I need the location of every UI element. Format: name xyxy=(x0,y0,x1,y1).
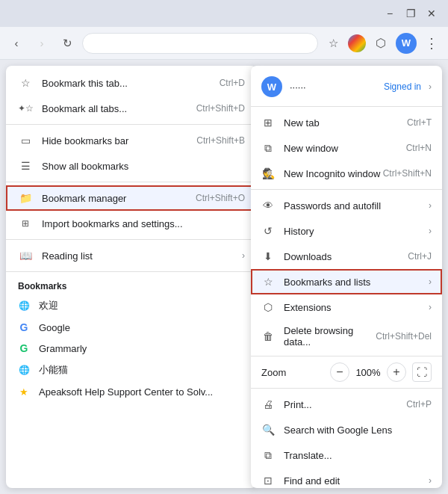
import-bookmarks-item[interactable]: ⊞ Import bookmarks and settings... xyxy=(6,211,257,236)
print-label: Print... xyxy=(284,399,406,410)
content-area: ☆ Bookmark this tab... Ctrl+D ✦☆ Bookmar… xyxy=(0,60,448,494)
bookmark-all-tabs-item[interactable]: ✦☆ Bookmark all tabs... Ctrl+Shift+D xyxy=(6,96,257,121)
find-edit-item[interactable]: ⊡ Find and edit › xyxy=(251,468,442,488)
extensions-item[interactable]: ⬡ Extensions › xyxy=(251,294,442,320)
bookmark-all-icon: ✦☆ xyxy=(18,101,33,116)
bookmark-manager-label: Bookmark manager xyxy=(42,193,184,204)
bookmark-label-1: 欢迎 xyxy=(39,299,58,312)
list-item[interactable]: 🌐 小能猫 xyxy=(6,359,257,381)
list-item[interactable]: G Grammarly xyxy=(6,338,257,359)
delete-browsing-shortcut: Ctrl+Shift+Del xyxy=(376,331,432,342)
downloads-item[interactable]: ⬇ Downloads Ctrl+J xyxy=(251,244,442,269)
print-icon: 🖨 xyxy=(261,398,275,411)
bookmark-star-icon[interactable]: ☆ xyxy=(323,33,343,54)
find-edit-arrow: › xyxy=(429,475,432,486)
zoom-minus-button[interactable]: − xyxy=(330,362,349,382)
divider-profile xyxy=(251,106,442,107)
passwords-icon: 👁 xyxy=(261,199,275,212)
bookmarks-lists-item[interactable]: ☆ Bookmarks and lists › xyxy=(251,269,442,294)
bookmark-all-tabs-shortcut: Ctrl+Shift+D xyxy=(196,103,245,114)
bookmark-favicon-5: ★ xyxy=(18,386,30,398)
bookmarks-lists-arrow: › xyxy=(429,277,432,287)
show-all-bookmarks-item[interactable]: ☰ Show all bookmarks xyxy=(6,153,257,179)
zoom-controls: − 100% + xyxy=(330,362,406,382)
list-item[interactable]: G Google xyxy=(6,317,257,338)
bookmarks-submenu: ☆ Bookmark this tab... Ctrl+D ✦☆ Bookmar… xyxy=(6,66,257,488)
reading-list-item[interactable]: 📖 Reading list › xyxy=(6,243,257,268)
delete-browsing-icon: 🗑 xyxy=(261,330,275,343)
bookmark-label-5: Apeaksoft Help Support Center to Solv... xyxy=(39,386,213,398)
delete-browsing-item[interactable]: 🗑 Delete browsing data... Ctrl+Shift+Del xyxy=(251,320,442,353)
hide-bookmarks-item[interactable]: ▭ Hide bookmarks bar Ctrl+Shift+B xyxy=(6,128,257,153)
incognito-label: New Incognito window xyxy=(284,168,383,179)
back-button[interactable]: ‹ xyxy=(6,33,27,54)
passwords-item[interactable]: 👁 Passwords and autofill › xyxy=(251,193,442,218)
import-icon: ⊞ xyxy=(18,216,33,231)
downloads-label: Downloads xyxy=(284,251,408,262)
restore-button[interactable]: ❐ xyxy=(400,3,421,24)
new-window-icon: ⧉ xyxy=(261,141,275,155)
print-item[interactable]: 🖨 Print... Ctrl+P xyxy=(251,392,442,417)
history-icon: ↺ xyxy=(261,224,275,238)
hide-bookmarks-label: Hide bookmarks bar xyxy=(42,135,184,146)
new-tab-item[interactable]: ⊞ New tab Ctrl+T xyxy=(251,110,442,135)
downloads-shortcut: Ctrl+J xyxy=(408,251,432,262)
history-arrow: › xyxy=(429,226,432,236)
hide-bookmarks-shortcut: Ctrl+Shift+B xyxy=(196,135,245,146)
bookmarks-lists-label: Bookmarks and lists xyxy=(284,277,426,288)
google-lens-icon: 🔍 xyxy=(261,423,275,436)
find-edit-icon: ⊡ xyxy=(261,474,275,487)
bookmark-all-tabs-label: Bookmark all tabs... xyxy=(42,103,184,114)
bookmark-star-icon: ☆ xyxy=(18,75,33,90)
translate-item[interactable]: ⧉ Translate... xyxy=(251,442,442,468)
new-tab-label: New tab xyxy=(284,117,407,129)
reading-list-label: Reading list xyxy=(42,250,242,262)
bookmark-label-2: Google xyxy=(39,322,70,333)
bookmarks-bar-icon: ▭ xyxy=(18,133,33,148)
google-lens-label: Search with Google Lens xyxy=(284,424,432,436)
close-button[interactable]: ✕ xyxy=(421,3,442,24)
fullscreen-button[interactable]: ⛶ xyxy=(412,362,432,382)
bookmark-favicon-4: 🌐 xyxy=(18,364,30,376)
google-apps-icon[interactable] xyxy=(348,34,366,52)
refresh-button[interactable]: ↻ xyxy=(57,33,78,54)
history-item[interactable]: ↺ History › xyxy=(251,218,442,244)
chrome-menu: W ······ Signed in › ⊞ New tab Ctrl+T ⧉ … xyxy=(251,66,442,488)
divider-top xyxy=(251,189,442,190)
new-window-item[interactable]: ⧉ New window Ctrl+N xyxy=(251,135,442,161)
history-label: History xyxy=(284,226,426,237)
incognito-icon: 🕵 xyxy=(261,167,275,180)
list-item[interactable]: ★ Apeaksoft Help Support Center to Solv.… xyxy=(6,381,257,402)
bookmark-favicon-2: G xyxy=(18,321,30,333)
find-edit-label: Find and edit xyxy=(284,475,426,487)
menu-icon[interactable]: ⋮ xyxy=(421,33,442,54)
downloads-icon: ⬇ xyxy=(261,250,275,263)
new-tab-icon: ⊞ xyxy=(261,116,275,129)
show-all-bookmarks-label: Show all bookmarks xyxy=(42,161,245,172)
address-bar[interactable] xyxy=(82,33,318,54)
zoom-plus-button[interactable]: + xyxy=(387,362,406,382)
profile-arrow: › xyxy=(429,81,432,92)
profile-avatar[interactable]: W xyxy=(396,33,417,54)
profile-name: ······ xyxy=(290,81,376,93)
incognito-item[interactable]: 🕵 New Incognito window Ctrl+Shift+N xyxy=(251,161,442,186)
bookmark-manager-icon: 📁 xyxy=(18,191,33,206)
bookmark-favicon-3: G xyxy=(18,342,30,354)
incognito-shortcut: Ctrl+Shift+N xyxy=(383,168,432,179)
divider-2 xyxy=(6,182,257,182)
forward-button[interactable]: › xyxy=(31,33,52,54)
divider-mid xyxy=(251,356,442,356)
divider-zoom xyxy=(251,388,442,389)
bookmark-manager-item[interactable]: 📁 Bookmark manager Ctrl+Shift+O xyxy=(6,185,257,211)
zoom-label: Zoom xyxy=(261,367,324,378)
bookmark-manager-shortcut: Ctrl+Shift+O xyxy=(196,193,245,203)
profile-section[interactable]: W ······ Signed in › xyxy=(251,70,442,103)
extensions-icon[interactable]: ⬡ xyxy=(370,33,391,54)
bookmarks-section-header: Bookmarks xyxy=(6,275,257,294)
minimize-button[interactable]: − xyxy=(379,3,400,24)
bookmark-tab-item[interactable]: ☆ Bookmark this tab... Ctrl+D xyxy=(6,70,257,96)
new-window-shortcut: Ctrl+N xyxy=(406,143,432,153)
google-lens-item[interactable]: 🔍 Search with Google Lens xyxy=(251,417,442,442)
list-item[interactable]: 🌐 欢迎 xyxy=(6,294,257,317)
translate-icon: ⧉ xyxy=(261,448,275,462)
